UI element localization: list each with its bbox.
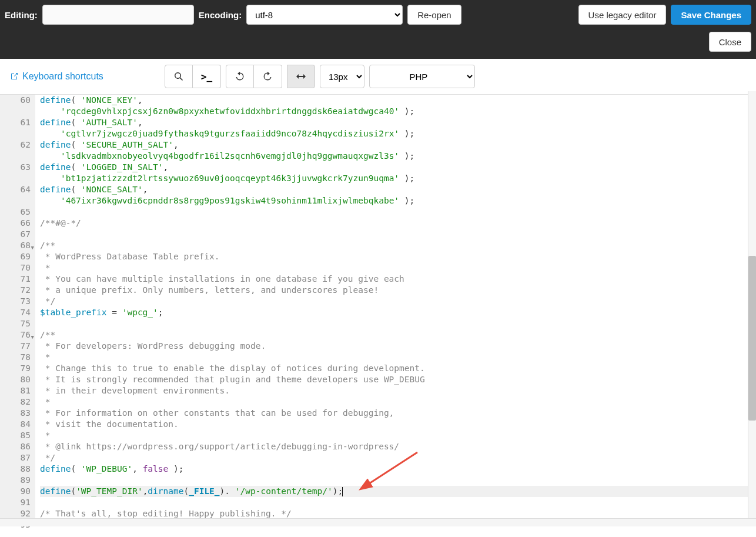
search-button[interactable] [165,65,193,88]
code-line[interactable]: * visit the documentation. [40,419,756,430]
code-line[interactable]: define( 'NONCE_KEY', [40,95,756,106]
code-line[interactable]: define( 'WP_DEBUG', false ); [40,463,756,475]
line-number [9,195,31,206]
line-number: 63 [9,162,31,173]
vertical-scrollbar[interactable] [748,91,756,521]
code-line[interactable]: 'lsdkvadmbxnobyeolvyq4bgodfr16il2sqcnh6v… [40,151,756,162]
code-line[interactable] [40,318,756,329]
font-size-select[interactable]: 13px [320,65,364,88]
external-link-icon [9,72,19,81]
redo-button[interactable] [254,65,282,88]
close-button[interactable]: Close [709,32,751,52]
line-number: 65 [9,206,31,218]
line-number: 89 [9,475,31,486]
code-line[interactable]: $table_prefix = 'wpcg_'; [40,307,756,318]
code-line[interactable]: * a unique prefix. Only numbers, letters… [40,285,756,296]
search-console-group: >_ [165,65,221,88]
code-editor[interactable]: 606162636465666768▼6970717273747576▼7778… [0,95,756,524]
code-line[interactable]: /** [40,240,756,251]
code-line[interactable]: * For information on other constants tha… [40,408,756,419]
code-line[interactable]: 'cgtlvr7jzwgcz0juad9fythaskq9tgurzsfaaii… [40,128,756,139]
line-number: 69 [9,251,31,262]
keyboard-shortcuts-link[interactable]: Keyboard shortcuts [9,71,103,82]
horizontal-scrollbar[interactable] [0,518,756,526]
code-line[interactable] [40,475,756,486]
code-line[interactable]: * WordPress Database Table prefix. [40,251,756,262]
code-line[interactable]: 'bt1pzjatizzzdt2lrtssywuoz69uv0jooqcqeyp… [40,173,756,184]
keyboard-shortcuts-label: Keyboard shortcuts [22,71,103,82]
legacy-editor-button[interactable]: Use legacy editor [578,5,667,25]
line-number: 77 [9,341,31,352]
reopen-button[interactable]: Re-open [407,5,461,25]
prompt-icon: >_ [201,71,212,82]
line-number: 61 [9,117,31,128]
line-number [9,106,31,117]
editing-label: Editing: [5,10,38,20]
console-button[interactable]: >_ [193,65,221,88]
line-number: 72 [9,285,31,296]
code-line[interactable]: * Change this to true to enable the disp… [40,363,756,374]
code-line[interactable]: * [40,352,756,363]
code-line[interactable]: /**#@-*/ [40,218,756,229]
line-number: 64 [9,184,31,195]
wrap-group [287,65,315,88]
code-line[interactable]: * @link https://wordpress.org/support/ar… [40,441,756,452]
code-line[interactable]: define( 'AUTH_SALT', [40,117,756,128]
code-line[interactable]: /** [40,329,756,341]
editor-toolbar: Keyboard shortcuts >_ 13px [0,59,756,95]
encoding-label: Encoding: [199,10,242,20]
code-line[interactable] [40,497,756,508]
line-number: 60 [9,95,31,106]
line-number: 83 [9,408,31,419]
code-line[interactable]: * It is strongly recommended that plugin… [40,374,756,385]
line-number: 71 [9,273,31,285]
code-line[interactable] [40,206,756,218]
encoding-select[interactable]: utf-8 [246,5,403,25]
code-line[interactable]: * [40,396,756,408]
save-changes-button[interactable]: Save Changes [671,5,751,25]
line-number: 78 [9,352,31,363]
line-number: 81 [9,385,31,396]
line-number: 79 [9,363,31,374]
language-select[interactable]: PHP [369,65,475,88]
code-line[interactable]: * in their development environments. [40,385,756,396]
fold-icon[interactable]: ▼ [31,242,34,254]
redo-icon [263,72,272,81]
line-number: 86 [9,441,31,452]
line-number: 74 [9,307,31,318]
line-number: 68▼ [9,240,31,251]
fold-icon[interactable]: ▼ [31,332,34,343]
code-line[interactable]: define( 'SECURE_AUTH_SALT', [40,139,756,151]
code-area[interactable]: define( 'NONCE_KEY', 'rqcdeg0vhlxpjcsxj6… [35,95,756,524]
line-number: 84 [9,419,31,430]
code-line[interactable]: 'rqcdeg0vhlxpjcsxj6zn0w8pxyxhetwfoviddxh… [40,106,756,117]
line-number: 73 [9,296,31,307]
undo-button[interactable] [226,65,254,88]
line-number: 66 [9,218,31,229]
code-line[interactable]: * [40,430,756,441]
code-line[interactable]: * [40,262,756,273]
code-line[interactable]: define( 'LOGGED_IN_SALT', [40,162,756,173]
code-line[interactable]: */ [40,452,756,463]
line-number: 80 [9,374,31,385]
scrollbar-thumb[interactable] [748,256,756,421]
undo-redo-group [226,65,282,88]
filename-input[interactable] [42,5,194,25]
code-line[interactable] [40,229,756,240]
line-number: 62 [9,139,31,151]
code-line[interactable]: * For developers: WordPress debugging mo… [40,341,756,352]
code-line[interactable]: define('WP_TEMP_DIR',dirname(_FILE_). '/… [40,486,756,497]
code-line[interactable]: */ [40,296,756,307]
search-icon [174,72,183,81]
line-number: 76▼ [9,329,31,341]
line-number: 82 [9,396,31,408]
top-bar: Editing: Encoding: utf-8 Re-open Use leg… [0,0,756,59]
line-number: 85 [9,430,31,441]
line-number: 87 [9,452,31,463]
code-line[interactable]: * You can have multiple installations in… [40,273,756,285]
line-number: 90 [9,486,31,497]
code-line[interactable]: define( 'NONCE_SALT', [40,184,756,195]
code-line[interactable]: '467ixr36kgwvdi6cpnddr8s8rgg9pos91gskiw4… [40,195,756,206]
wrap-button[interactable] [287,65,315,88]
line-number [9,151,31,162]
